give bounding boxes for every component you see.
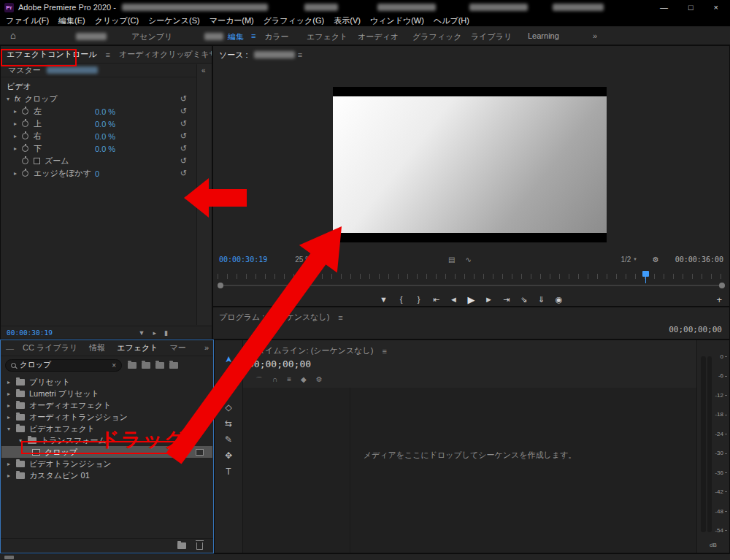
workspace-tab-color[interactable]: カラー [264,31,289,42]
workspace-tab-learning[interactable]: Learning [528,31,559,40]
workspace-tab-graphics[interactable]: グラフィック [412,31,462,42]
tree-item-video-effects[interactable]: ▾ ビデオエフェクト [1,423,212,434]
effect-controls-timecode[interactable]: 00:00:30:19 [7,329,53,337]
panel-menu-icon[interactable]: ≡ [380,347,390,356]
effects-search-input[interactable] [20,361,108,369]
scrollbar-left-handle[interactable] [218,283,223,288]
panel-menu-icon[interactable]: ≡ [103,50,113,59]
param-value[interactable]: 0.0 % [95,120,115,129]
scrollbar-right-handle[interactable] [719,283,725,288]
minimize-button[interactable]: — [660,3,668,12]
reset-param-icon[interactable]: ↺ [180,169,187,178]
tab-effects[interactable]: エフェクト [111,342,164,353]
go-to-out-button[interactable]: ⇥ [502,295,510,304]
menu-file[interactable]: ファイル(F) [6,15,49,26]
button-editor-plus-icon[interactable]: + [716,294,722,305]
chevron-down-icon[interactable]: ▾ [7,96,15,102]
timeline-panel-title[interactable]: タイムライン: (シーケンスなし) [257,345,374,356]
workspace-tab-assembly[interactable]: アセンブリ [131,31,172,42]
track-select-forward-tool[interactable]: ⇉ [225,371,232,380]
ripple-edit-tool[interactable]: ⇄ [225,387,232,396]
reset-param-icon[interactable]: ↺ [180,131,187,141]
marker-icon[interactable]: ◆ [301,375,307,386]
tab-cc-libraries[interactable]: CC ライブラリ [17,342,83,353]
insert-button[interactable]: ⇘ [520,295,528,304]
settings-wrench-icon[interactable]: ⚙ [653,256,659,264]
chevron-right-icon[interactable]: ▸ [7,391,16,397]
chevron-right-icon[interactable]: ▸ [14,120,22,127]
workspace-tab-audio[interactable]: オーディオ [358,31,399,42]
tree-item-lumetri-presets[interactable]: ▸ Lumetri プリセット [1,388,212,399]
chevron-right-icon[interactable]: ▸ [7,414,16,421]
export-frame-button[interactable]: ◉ [555,295,563,304]
panel-overflow-icon[interactable]: » [204,343,209,352]
snap-icon[interactable]: ∩ [272,375,277,386]
step-forward-button[interactable]: ► [485,295,493,304]
chevron-down-icon[interactable]: ▾ [19,437,28,444]
chevron-right-icon[interactable]: ▸ [14,145,22,152]
maximize-button[interactable]: □ [688,3,694,12]
source-panel-title[interactable]: ソース : [213,50,254,61]
step-back-button[interactable]: ◄ [450,295,458,304]
panel-overflow-icon[interactable]: » [184,50,188,58]
chevron-right-icon[interactable]: ▸ [14,170,22,177]
play-button[interactable]: ▶ [467,294,475,305]
tree-item-audio-transitions[interactable]: ▸ オーディオトランジション [1,411,212,423]
chevron-right-icon[interactable]: ▸ [7,461,16,467]
panel-menu-icon[interactable]: ≡ [295,50,305,59]
selection-tool[interactable]: ➤ [224,356,234,363]
new-custom-bin-icon[interactable] [169,362,178,369]
tree-item-custom-bin-01[interactable]: ▸ カスタムビン 01 [1,469,212,481]
tab-audio-clip-mixer[interactable]: オーディオクリップミキサー : e [113,49,212,60]
go-to-in-button[interactable]: ⇤ [432,295,440,304]
hand-tool[interactable]: ✥ [225,451,232,461]
stopwatch-icon[interactable] [22,170,28,177]
linked-selection-icon[interactable]: ≡ [287,375,291,386]
zoom-level-dropdown[interactable]: 25 % ▾ [295,256,317,264]
source-zoom-scrollbar[interactable] [218,283,725,288]
type-tool[interactable]: T [226,467,231,477]
new-bin-icon[interactable] [177,542,186,549]
menu-graphics[interactable]: グラフィック(G) [264,15,324,26]
tab-markers-truncated[interactable]: マー [164,342,192,353]
mark-in-button[interactable]: { [397,295,405,304]
tree-item-video-transitions[interactable]: ▸ ビデオトランジション [1,458,212,469]
workspace-overflow-icon[interactable]: » [593,31,597,40]
source-current-timecode[interactable]: 00:00:30:19 [219,256,267,264]
source-playhead[interactable] [642,271,649,277]
reset-effect-icon[interactable]: ↺ [180,94,187,104]
source-video-frame[interactable] [333,87,607,242]
zoom-checkbox[interactable] [34,158,40,164]
workspace-tab-effects[interactable]: エフェクト [307,31,347,42]
stopwatch-icon[interactable] [22,158,28,164]
blurred-workspace-tab[interactable] [204,33,223,40]
playback-resolution-dropdown[interactable]: 1/2 ▾ [620,256,636,264]
tree-item-transform[interactable]: ▾ トランスフォーム [1,434,212,446]
menu-edit[interactable]: 編集(E) [58,15,85,26]
nest-icon[interactable]: ⌒ [256,375,263,386]
bit-depth-badge-icon[interactable] [142,362,150,369]
close-button[interactable]: × [714,3,718,12]
chevron-right-icon[interactable]: ▸ [14,133,22,139]
yuv-badge-icon[interactable] [155,362,164,369]
menu-view[interactable]: 表示(V) [334,15,361,26]
menu-window[interactable]: ウィンドウ(W) [370,15,424,26]
workspace-tab-libraries[interactable]: ライブラリ [471,31,512,42]
collapse-timeline-icon[interactable]: « [201,66,206,74]
param-value[interactable]: 0 [95,169,99,178]
reset-param-icon[interactable]: ↺ [180,144,187,153]
workspace-tab-edit[interactable]: 編集 [228,31,244,42]
param-value[interactable]: 0.0 % [95,132,115,141]
program-panel-title[interactable]: プログラム : (シーケンスなし) [219,312,329,323]
reset-param-icon[interactable]: ↺ [180,107,187,116]
razor-tool[interactable]: ◇ [225,403,231,413]
param-value[interactable]: 0.0 % [95,107,115,116]
timeline-track-area[interactable] [243,388,696,553]
overwrite-button[interactable]: ⇓ [537,295,545,304]
drag-audio-only-icon[interactable]: ∿ [465,256,471,264]
delete-bin-trash-icon[interactable] [196,542,203,550]
param-value[interactable]: 0.0 % [95,145,115,153]
stopwatch-icon[interactable] [22,120,28,127]
tree-item-presets[interactable]: ▸ プリセット [1,376,212,388]
crop-effect-row[interactable]: ▾ fx クロップ ↺ [1,93,212,105]
